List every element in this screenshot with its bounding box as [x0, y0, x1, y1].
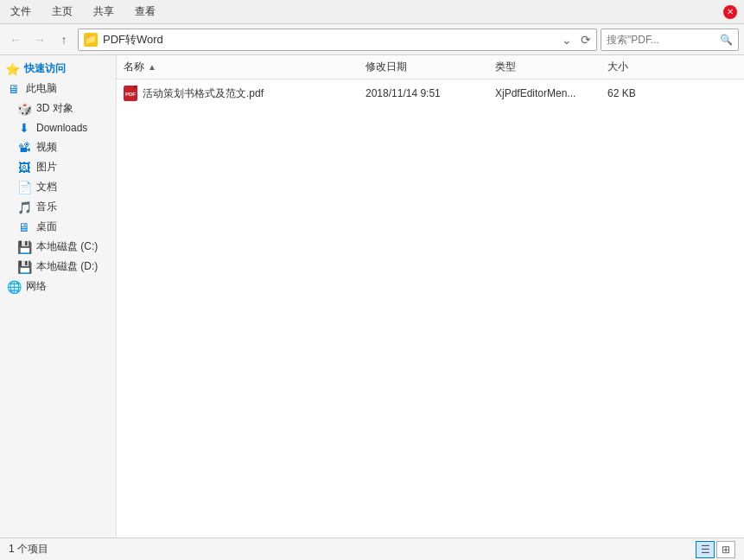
file-size-cell: 62 KB — [604, 87, 673, 99]
3d-icon: 🎲 — [17, 102, 31, 116]
sidebar-downloads-label: Downloads — [36, 122, 87, 134]
nav-bar: ← → ↑ 📁 PDF转Word ⌄ ⟳ 🔍 — [0, 24, 744, 55]
sidebar-network-label: 网络 — [26, 279, 47, 294]
search-icon: 🔍 — [720, 34, 733, 46]
sidebar-item-pictures[interactable]: 🖼 图片 — [0, 157, 116, 177]
view-tile-icon: ⊞ — [722, 544, 730, 556]
col-header-size[interactable]: 大小 — [604, 60, 673, 74]
menu-share[interactable]: 共享 — [90, 3, 118, 21]
music-icon: 🎵 — [17, 200, 31, 214]
file-list: PDF 活动策划书格式及范文.pdf 2018/11/14 9:51 XjPdf… — [117, 80, 744, 538]
main-area: ⭐ 快速访问 🖥 此电脑 🎲 3D 对象 ⬇ Downloads 📽 视频 🖼 … — [0, 55, 744, 538]
menu-view[interactable]: 查看 — [131, 3, 159, 21]
file-name-cell: PDF 活动策划书格式及范文.pdf — [120, 86, 362, 101]
sidebar-item-driveC[interactable]: 💾 本地磁盘 (C:) — [0, 237, 116, 257]
search-input[interactable] — [607, 34, 720, 46]
forward-button[interactable]: → — [29, 29, 50, 50]
status-bar: 1 个项目 ☰ ⊞ — [0, 538, 744, 560]
column-headers: 名称 ▲ 修改日期 类型 大小 — [117, 55, 744, 80]
folder-icon: 📁 — [84, 33, 98, 47]
refresh-button[interactable]: ⌄ — [562, 33, 572, 47]
menu-file[interactable]: 文件 — [7, 3, 35, 21]
menu-bar: 文件 主页 共享 查看 ✕ — [0, 0, 744, 24]
status-count: 1 个项目 — [9, 542, 48, 557]
sidebar-item-videos[interactable]: 📽 视频 — [0, 137, 116, 157]
view-buttons: ☰ ⊞ — [696, 541, 735, 558]
pictures-icon: 🖼 — [17, 161, 31, 175]
sidebar-thispc-label: 此电脑 — [26, 81, 57, 96]
table-row[interactable]: PDF 活动策划书格式及范文.pdf 2018/11/14 9:51 XjPdf… — [117, 81, 744, 105]
sidebar-3dobjects-label: 3D 对象 — [36, 101, 73, 116]
sidebar-videos-label: 视频 — [36, 140, 57, 155]
sidebar-item-network[interactable]: 🌐 网络 — [0, 277, 116, 296]
sidebar-item-3dobjects[interactable]: 🎲 3D 对象 — [0, 99, 116, 118]
view-detail-icon: ☰ — [701, 544, 710, 556]
menu-home[interactable]: 主页 — [48, 3, 76, 21]
sidebar-driveD-label: 本地磁盘 (D:) — [36, 259, 98, 274]
sidebar-item-downloads[interactable]: ⬇ Downloads — [0, 118, 116, 137]
window-close-button[interactable]: ✕ — [723, 5, 737, 19]
sort-arrow-name: ▲ — [148, 62, 156, 72]
file-name: 活动策划书格式及范文.pdf — [143, 86, 264, 101]
download-icon: ⬇ — [17, 121, 31, 135]
desktop-icon: 🖥 — [17, 220, 31, 234]
col-header-date[interactable]: 修改日期 — [362, 60, 492, 74]
address-refresh-icon[interactable]: ⟳ — [581, 33, 591, 47]
sidebar-desktop-label: 桌面 — [36, 220, 57, 234]
col-header-type[interactable]: 类型 — [492, 60, 604, 74]
pdf-file-icon: PDF — [124, 86, 137, 101]
sidebar-pictures-label: 图片 — [36, 160, 57, 175]
up-button[interactable]: ↑ — [54, 29, 74, 50]
view-tile-button[interactable]: ⊞ — [716, 541, 735, 558]
back-button[interactable]: ← — [5, 29, 26, 50]
sidebar-music-label: 音乐 — [36, 200, 57, 214]
file-area: 名称 ▲ 修改日期 类型 大小 PDF 活动策划书格式及范文.p — [117, 55, 744, 538]
star-icon: ⭐ — [5, 62, 19, 76]
sidebar-item-music[interactable]: 🎵 音乐 — [0, 197, 116, 217]
sidebar-quickaccess-label: 快速访问 — [24, 61, 66, 76]
sidebar-documents-label: 文档 — [36, 180, 57, 194]
sidebar: ⭐ 快速访问 🖥 此电脑 🎲 3D 对象 ⬇ Downloads 📽 视频 🖼 … — [0, 55, 117, 538]
documents-icon: 📄 — [17, 181, 31, 194]
address-text: PDF转Word — [103, 32, 556, 48]
file-type-cell: XjPdfEditorMen... — [492, 87, 604, 99]
address-bar[interactable]: 📁 PDF转Word ⌄ ⟳ — [78, 29, 597, 51]
sidebar-item-documents[interactable]: 📄 文档 — [0, 177, 116, 197]
sidebar-driveC-label: 本地磁盘 (C:) — [36, 239, 98, 254]
sidebar-item-thispc[interactable]: 🖥 此电脑 — [0, 79, 116, 99]
sidebar-item-desktop[interactable]: 🖥 桌面 — [0, 217, 116, 237]
col-header-name[interactable]: 名称 ▲ — [120, 60, 362, 74]
driveC-icon: 💾 — [17, 240, 31, 254]
sidebar-item-quickaccess-header[interactable]: ⭐ 快速访问 — [0, 59, 116, 79]
search-bar[interactable]: 🔍 — [601, 29, 739, 51]
video-icon: 📽 — [17, 141, 31, 155]
file-date-cell: 2018/11/14 9:51 — [362, 87, 492, 99]
view-detail-button[interactable]: ☰ — [696, 541, 715, 558]
network-icon: 🌐 — [7, 280, 21, 294]
sidebar-item-driveD[interactable]: 💾 本地磁盘 (D:) — [0, 257, 116, 277]
pc-icon: 🖥 — [7, 82, 21, 96]
driveD-icon: 💾 — [17, 260, 31, 274]
